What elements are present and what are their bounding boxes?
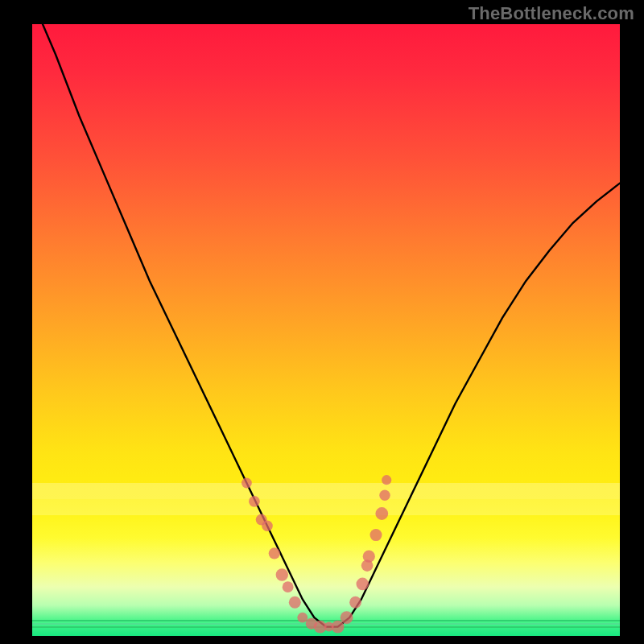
data-dot <box>349 597 361 609</box>
data-dots <box>242 475 391 633</box>
watermark-text: TheBottleneck.com <box>469 3 634 24</box>
chart-svg <box>32 24 620 636</box>
data-dot <box>370 529 382 541</box>
data-dot <box>297 613 308 623</box>
data-dot <box>363 551 375 563</box>
data-dot <box>379 490 390 501</box>
data-dot <box>269 547 280 559</box>
data-dot <box>283 581 294 592</box>
bottleneck-curve <box>32 24 620 627</box>
chart-frame: TheBottleneck.com <box>0 0 644 644</box>
data-dot <box>242 478 252 489</box>
data-dot <box>375 507 388 520</box>
plot-area <box>32 24 620 636</box>
data-dot <box>357 578 369 591</box>
data-dot <box>332 621 345 634</box>
data-dot <box>276 568 288 580</box>
data-dot <box>382 475 391 485</box>
data-dot <box>262 520 273 531</box>
data-dot <box>289 597 301 609</box>
data-dot <box>341 611 353 624</box>
data-dot <box>249 496 260 507</box>
